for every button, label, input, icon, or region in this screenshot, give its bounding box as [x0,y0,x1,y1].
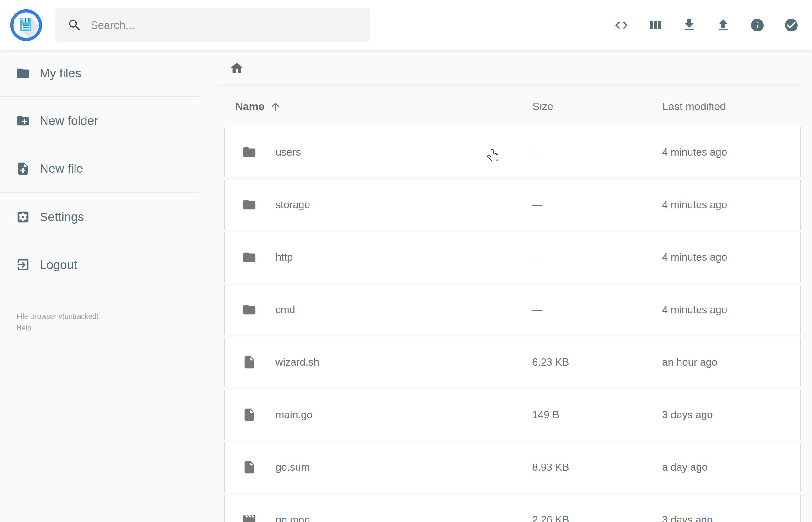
download-button[interactable] [672,0,706,50]
file-modified: 3 days ago [662,409,800,421]
download-icon [682,18,697,33]
sidebar-item-new-folder[interactable]: New folder [0,97,199,145]
table-row[interactable]: main.go 149 B 3 days ago [224,389,801,440]
file-modified: 3 days ago [662,514,800,522]
folder-icon [242,145,257,159]
new-folder-icon [16,114,30,128]
file-size: — [532,199,662,211]
file-name: storage [276,199,310,211]
file-name: go.sum [276,461,309,473]
sidebar-item-settings[interactable]: Settings [0,193,199,241]
file-name-cell: go.sum [225,460,532,475]
sidebar-item-label: My files [40,66,81,80]
file-name: cmd [276,304,295,316]
file-name-cell: http [225,250,532,264]
switch-view-code-button[interactable] [605,0,638,50]
file-name: users [276,146,301,158]
file-name: main.go [276,409,312,421]
file-icon [242,407,257,422]
grid-view-icon [648,18,663,33]
table-row[interactable]: storage — 4 minutes ago [224,180,801,230]
logout-icon [16,258,30,272]
sidebar-item-label: New folder [40,114,98,128]
info-button[interactable] [740,0,774,50]
settings-icon [16,210,30,224]
column-header-size[interactable]: Size [532,100,662,113]
home-icon[interactable] [229,61,244,75]
sidebar-item-my-files[interactable]: My files [0,50,199,96]
sidebar-item-label: New file [40,162,83,176]
table-row[interactable]: wizard.sh 6.23 KB an hour ago [224,337,801,387]
search-input[interactable] [90,19,370,32]
header-actions [605,0,808,50]
table-row[interactable]: cmd — 4 minutes ago [224,285,801,335]
sort-ascending-icon [269,101,282,113]
file-modified: 4 minutes ago [662,199,800,211]
upload-icon [716,18,731,33]
table-row[interactable]: go.mod 2.26 KB 3 days ago [224,495,801,522]
table-row[interactable]: http — 4 minutes ago [224,232,801,282]
file-modified: an hour ago [662,356,800,368]
file-size: 8.93 KB [532,461,662,473]
filebrowser-app: My files New folder New file Settings Lo… [0,0,812,522]
switch-view-grid-button[interactable] [638,0,672,50]
header-bar [0,0,812,50]
file-listing: users — 4 minutes ago storage — 4 minute… [224,127,801,522]
file-modified: 4 minutes ago [662,146,800,158]
table-row[interactable]: go.sum 8.93 KB a day ago [224,442,801,493]
file-modified: a day ago [662,461,800,473]
sidebar-item-logout[interactable]: Logout [0,241,199,289]
file-name-cell: go.mod [225,513,532,522]
help-link[interactable]: Help [16,322,99,334]
file-icon [242,460,257,475]
file-modified: 4 minutes ago [662,251,800,263]
new-file-icon [16,161,30,176]
filebrowser-logo[interactable] [10,9,42,41]
file-name-cell: main.go [225,407,532,422]
file-name-cell: storage [225,198,532,212]
column-header-modified[interactable]: Last modified [662,100,801,113]
file-modified: 4 minutes ago [662,304,800,316]
file-size: 149 B [532,409,662,421]
file-size: — [532,251,662,263]
code-icon [614,18,629,33]
info-icon [750,18,765,33]
sidebar-footer: File Browser v(untracked) Help [0,311,99,334]
file-size: — [532,146,662,158]
search-box [55,8,370,42]
column-header-name[interactable]: Name [224,100,532,113]
folder-icon [16,66,30,80]
file-size: 6.23 KB [532,356,662,368]
movie-icon [242,513,257,522]
main-content: Name Size Last modified users — 4 minute… [199,50,812,522]
file-name-cell: wizard.sh [225,355,532,369]
file-icon [242,355,257,369]
folder-icon [242,250,257,264]
file-name: wizard.sh [276,356,319,368]
file-size: 2.26 KB [532,514,662,522]
sidebar-item-label: Logout [40,258,77,272]
upload-button[interactable] [706,0,740,50]
check-circle-icon [784,18,799,33]
file-name: go.mod [276,514,310,522]
table-row[interactable]: users — 4 minutes ago [224,127,801,177]
listing-header: Name Size Last modified [224,86,801,127]
folder-icon [242,302,257,317]
breadcrumb [217,50,802,86]
sidebar-item-new-file[interactable]: New file [0,145,199,193]
search-icon [67,18,82,33]
sidebar: My files New folder New file Settings Lo… [0,50,199,289]
sidebar-item-label: Settings [40,210,84,224]
version-text: File Browser v(untracked) [16,311,99,322]
select-multiple-button[interactable] [774,0,808,50]
folder-icon [242,198,257,212]
file-name-cell: users [225,145,532,159]
file-name: http [276,251,293,263]
file-size: — [532,304,662,316]
file-name-cell: cmd [225,302,532,317]
